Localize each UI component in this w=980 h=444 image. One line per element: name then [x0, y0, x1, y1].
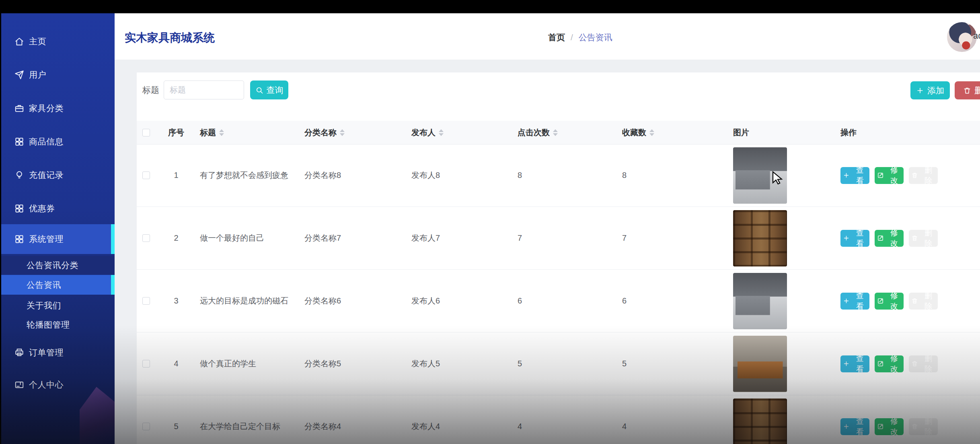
row-checkbox[interactable]	[142, 423, 150, 430]
sort-desc-icon	[219, 133, 224, 136]
plus-icon	[843, 297, 850, 304]
furniture-photo[interactable]	[733, 399, 787, 444]
sort-control-category[interactable]	[340, 129, 345, 136]
view-button[interactable]: 查看	[840, 293, 869, 310]
sidebar-item-order-management[interactable]: 订单管理	[0, 343, 115, 363]
column-header-category[interactable]: 分类名称	[298, 127, 405, 138]
furniture-photo[interactable]	[733, 336, 787, 392]
cell-clicks: 8	[511, 171, 615, 180]
sidebar-item-users[interactable]: 用户	[0, 65, 115, 85]
sidebar-item-coupons[interactable]: 优惠券	[0, 198, 115, 219]
trash-icon	[963, 87, 971, 95]
sidebar-decoration	[80, 387, 115, 444]
sidebar-subitem-label: 轮播图管理	[27, 319, 70, 330]
sort-control-title[interactable]	[219, 129, 224, 136]
sidebar-item-home[interactable]: 主页	[0, 31, 115, 52]
top-black-bar	[0, 0, 980, 13]
cell-favorites: 6	[615, 296, 726, 306]
column-header-clicks[interactable]: 点击次数	[511, 127, 615, 138]
view-button[interactable]: 查看	[840, 355, 869, 372]
delete-button[interactable]: 删除	[909, 293, 938, 310]
cell-category: 分类名称8	[298, 170, 405, 181]
trash-icon	[911, 172, 918, 179]
delete-button-label: 删除	[921, 165, 935, 186]
sort-control-favorites[interactable]	[649, 129, 654, 136]
search-input[interactable]	[164, 81, 244, 99]
furniture-photo[interactable]	[733, 210, 787, 266]
sort-desc-icon	[553, 133, 558, 136]
plus-icon	[843, 423, 850, 430]
edit-icon	[877, 172, 884, 179]
column-header-label: 收藏数	[622, 127, 646, 138]
sidebar-subitem-about-us[interactable]: 关于我们	[0, 296, 115, 315]
delete-button[interactable]: 删除	[909, 167, 938, 184]
sidebar-subitem-carousel-management[interactable]: 轮播图管理	[0, 315, 115, 335]
row-checkbox[interactable]	[142, 360, 150, 368]
breadcrumb-home[interactable]: 首页	[548, 32, 565, 43]
edit-button[interactable]: 修改	[875, 355, 904, 372]
edit-button[interactable]: 修改	[875, 230, 904, 247]
column-header-num: 序号	[159, 127, 193, 138]
user-avatar[interactable]	[947, 22, 977, 52]
sidebar-subitem-label: 关于我们	[27, 300, 61, 311]
sort-control-clicks[interactable]	[553, 129, 558, 136]
active-indicator	[111, 224, 115, 254]
sidebar-item-furniture-category[interactable]: 家具分类	[0, 98, 115, 118]
table-row: 1有了梦想就不会感到疲惫分类名称8发布人888查看修改删除	[137, 144, 980, 207]
delete-button-label: 删除	[921, 291, 935, 312]
sidebar-subitem-announcement-category[interactable]: 公告资讯分类	[0, 256, 115, 274]
table-header: 序号标题分类名称发布人点击次数收藏数图片操作	[137, 121, 980, 145]
column-header-title[interactable]: 标题	[193, 127, 298, 138]
edit-icon	[877, 297, 884, 304]
breadcrumb-current: 公告资讯	[579, 32, 612, 43]
cell-category: 分类名称4	[298, 421, 405, 432]
delete-button[interactable]: 删除	[909, 230, 938, 247]
view-button[interactable]: 查看	[840, 230, 869, 247]
delete-button[interactable]: 删除	[909, 418, 938, 435]
sidebar-item-label: 系统管理	[29, 233, 64, 245]
edit-button[interactable]: 修改	[875, 167, 904, 184]
view-button[interactable]: 查看	[840, 418, 869, 435]
column-header-publisher[interactable]: 发布人	[405, 127, 511, 138]
cell-num: 2	[159, 233, 193, 243]
grid-icon	[14, 234, 25, 244]
sort-control-publisher[interactable]	[439, 129, 444, 136]
cell-title: 做个真正的学生	[193, 358, 298, 369]
edit-button[interactable]: 修改	[875, 293, 904, 310]
cell-actions: 查看修改删除	[834, 293, 980, 310]
trash-icon	[911, 235, 918, 242]
view-button-label: 查看	[853, 353, 867, 374]
column-header-label: 序号	[168, 127, 184, 138]
row-checkbox[interactable]	[142, 297, 150, 305]
view-button-label: 查看	[853, 228, 867, 249]
edit-icon	[877, 360, 884, 367]
row-checkbox[interactable]	[142, 171, 150, 179]
furniture-photo[interactable]	[733, 273, 787, 329]
column-header-label: 图片	[733, 127, 749, 138]
sort-desc-icon	[439, 133, 444, 136]
sidebar-item-product-info[interactable]: 商品信息	[0, 132, 115, 152]
column-header-label: 发布人	[411, 127, 436, 138]
plus-icon	[916, 87, 924, 95]
query-button[interactable]: 查询	[250, 81, 288, 99]
select-all-checkbox[interactable]	[142, 129, 150, 136]
plus-icon	[843, 235, 850, 242]
cell-num: 5	[159, 422, 193, 431]
sidebar-item-personal-center[interactable]: 个人中心	[0, 375, 115, 395]
sidebar-subitem-announcement-news[interactable]: 公告资讯	[0, 275, 115, 295]
delete-button[interactable]: 删除	[955, 81, 980, 99]
bulb-icon	[14, 170, 25, 180]
add-button[interactable]: 添加	[910, 81, 950, 99]
sidebar-item-label: 充值记录	[29, 169, 64, 181]
edit-button[interactable]: 修改	[875, 418, 904, 435]
row-checkbox[interactable]	[142, 234, 150, 242]
sidebar-item-system-management[interactable]: 系统管理	[0, 224, 115, 254]
delete-button[interactable]: 删除	[909, 355, 938, 372]
sidebar-item-label: 主页	[29, 36, 46, 47]
sidebar-item-label: 订单管理	[29, 347, 64, 358]
column-header-favorites[interactable]: 收藏数	[615, 127, 726, 138]
cell-actions: 查看修改删除	[834, 167, 980, 184]
view-button[interactable]: 查看	[840, 167, 869, 184]
furniture-photo[interactable]	[733, 147, 787, 204]
sidebar-item-recharge-records[interactable]: 充值记录	[0, 165, 115, 185]
